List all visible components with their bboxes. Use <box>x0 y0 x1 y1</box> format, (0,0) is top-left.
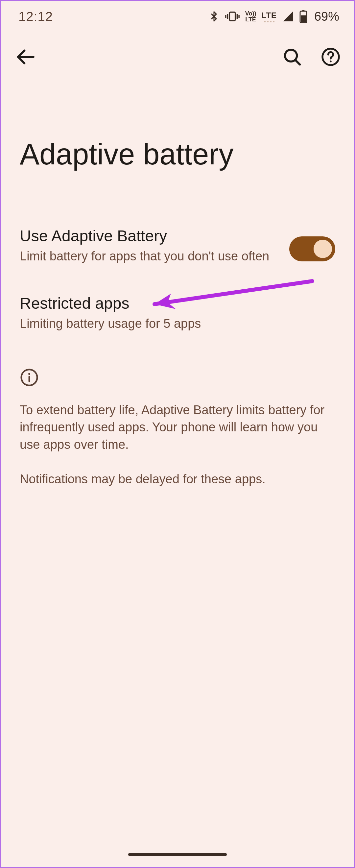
info-text: To extend battery life, Adaptive Battery… <box>20 401 335 488</box>
top-app-bar <box>0 33 355 72</box>
restricted-apps-row[interactable]: Restricted apps Limiting battery usage f… <box>20 294 335 361</box>
volte-icon: Vo)) LTE <box>245 10 256 22</box>
back-button[interactable] <box>14 46 36 69</box>
vibrate-icon <box>225 10 240 23</box>
search-button[interactable] <box>282 47 302 68</box>
info-section: To extend battery life, Adaptive Battery… <box>20 361 335 488</box>
volte-bottom-text: LTE <box>245 17 256 22</box>
battery-icon <box>299 10 308 23</box>
use-adaptive-battery-row[interactable]: Use Adaptive Battery Limit battery for a… <box>20 226 335 294</box>
content-area: Use Adaptive Battery Limit battery for a… <box>0 170 355 488</box>
signal-icon <box>282 10 294 22</box>
help-button[interactable] <box>321 47 341 68</box>
svg-rect-7 <box>301 16 306 22</box>
svg-rect-0 <box>229 12 235 21</box>
adaptive-title: Use Adaptive Battery <box>20 226 276 246</box>
info-icon <box>20 382 39 388</box>
lte-dots <box>264 21 275 22</box>
page-title: Adaptive battery <box>0 72 355 170</box>
svg-point-12 <box>330 61 332 62</box>
status-icons: Vo)) LTE LTE 69% <box>208 9 339 24</box>
status-time: 12:12 <box>19 9 53 24</box>
status-bar: 12:12 Vo)) LTE LTE <box>0 0 355 33</box>
svg-point-14 <box>28 373 30 375</box>
volte-top-text: Vo)) <box>245 10 256 17</box>
svg-line-10 <box>295 60 300 64</box>
battery-percent: 69% <box>314 9 339 24</box>
bluetooth-icon <box>208 10 220 23</box>
adaptive-toggle[interactable] <box>289 237 335 261</box>
toggle-knob <box>314 240 332 258</box>
network-indicator: LTE <box>261 11 277 22</box>
restricted-subtitle: Limiting battery usage for 5 apps <box>20 316 322 332</box>
network-text: LTE <box>261 11 277 20</box>
restricted-title: Restricted apps <box>20 294 322 313</box>
home-indicator[interactable] <box>128 853 227 856</box>
adaptive-subtitle: Limit battery for apps that you don't us… <box>20 248 276 265</box>
